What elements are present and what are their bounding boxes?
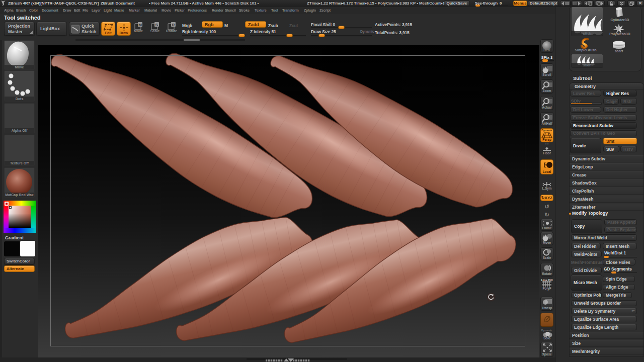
svg-text:M: M <box>138 23 142 27</box>
svg-text:R: R <box>172 23 175 27</box>
svg-text:S: S <box>155 23 158 27</box>
